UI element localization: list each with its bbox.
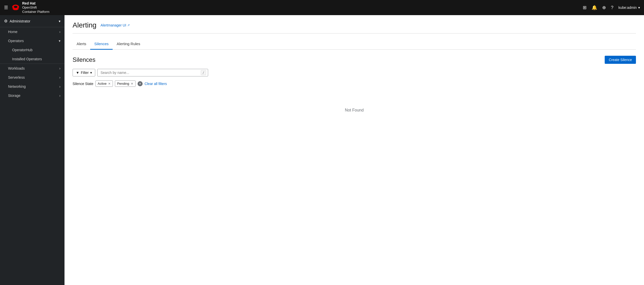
search-input[interactable] (97, 69, 208, 76)
brand-name: Red Hat OpenShift Container Platform (22, 1, 49, 14)
brand-logo: Red Hat OpenShift Container Platform (11, 1, 49, 14)
filter-bar: ▼ Filter ▾ / (73, 69, 636, 76)
section-header: Silences Create Silence (73, 56, 636, 64)
search-wrapper: / (97, 69, 208, 76)
chevron-right-icon: › (59, 30, 60, 34)
chevron-down-icon: ▾ (59, 19, 60, 23)
clear-chips-circle-button[interactable]: ✕ (138, 81, 143, 86)
chip-pending: Pending ✕ (115, 80, 136, 87)
chevron-right-icon: › (59, 66, 60, 70)
chevron-down-icon: ▾ (90, 71, 92, 75)
help-icon[interactable]: ? (611, 5, 614, 10)
sidebar-item-storage[interactable]: Storage › (0, 91, 65, 100)
chevron-right-icon: › (59, 75, 60, 79)
filter-button[interactable]: ▼ Filter ▾ (73, 69, 95, 76)
slash-shortcut-key: / (201, 70, 206, 75)
tab-alerts[interactable]: Alerts (73, 39, 90, 50)
chevron-right-icon: › (59, 94, 60, 98)
filter-icon: ▼ (76, 71, 79, 75)
sidebar-item-home[interactable]: Home › (0, 27, 65, 36)
tab-alerting-rules[interactable]: Alerting Rules (113, 39, 144, 50)
tab-silences[interactable]: Silences (90, 39, 113, 50)
section-title: Silences (73, 56, 95, 63)
sidebar-item-serverless[interactable]: Serverless › (0, 73, 65, 82)
tab-bar: Alerts Silences Alerting Rules (73, 39, 636, 50)
user-name: kube:admin (619, 6, 637, 10)
chip-active: Active ✕ (95, 80, 113, 87)
page-title: Alerting (73, 21, 96, 29)
alertmanager-ui-link[interactable]: Alertmanager UI ↗ (101, 23, 130, 27)
sidebar-role-label: Administrator (10, 19, 30, 23)
main-content: Alerting Alertmanager UI ↗ Alerts Silenc… (65, 15, 644, 285)
not-found-message: Not Found (73, 93, 636, 128)
page-header: Alerting Alertmanager UI ↗ (73, 21, 636, 34)
chip-active-close-button[interactable]: ✕ (108, 82, 111, 85)
chevron-down-icon: ▾ (638, 6, 640, 10)
svg-point-1 (14, 6, 17, 8)
grid-icon[interactable]: ⊞ (583, 5, 587, 10)
user-menu[interactable]: kube:admin ▾ (619, 6, 640, 10)
sidebar-item-operators[interactable]: Operators ▾ (0, 36, 65, 45)
sidebar-item-operatorhub[interactable]: OperatorHub (0, 45, 65, 54)
filter-chips-bar: Silence State Active ✕ Pending ✕ ✕ Clear… (73, 80, 636, 87)
chip-pending-close-button[interactable]: ✕ (131, 82, 133, 85)
sidebar-item-installed-operators[interactable]: Installed Operators (0, 54, 65, 64)
external-link-icon: ↗ (127, 23, 130, 27)
sidebar-item-networking[interactable]: Networking › (0, 82, 65, 91)
create-silence-button[interactable]: Create Silence (605, 56, 636, 64)
chevron-down-icon: ▾ (59, 39, 60, 43)
hamburger-menu-icon[interactable]: ☰ (4, 5, 8, 10)
silence-state-filter-label: Silence State (73, 82, 93, 86)
sidebar-item-workloads[interactable]: Workloads › (0, 64, 65, 73)
chevron-right-icon: › (59, 84, 60, 89)
top-navigation: ☰ Red Hat OpenShift Container Platform ⊞… (0, 0, 644, 15)
redhat-logo-icon (11, 4, 20, 11)
sidebar-role-header[interactable]: ⚙ Administrator ▾ (0, 15, 65, 27)
plus-circle-icon[interactable]: ⊕ (602, 5, 606, 10)
clear-all-filters-link[interactable]: Clear all filters (145, 82, 167, 86)
bell-icon[interactable]: 🔔 (592, 5, 597, 10)
gear-icon: ⚙ (4, 19, 8, 23)
sidebar: ⚙ Administrator ▾ Home › Operators ▾ Ope… (0, 15, 65, 285)
